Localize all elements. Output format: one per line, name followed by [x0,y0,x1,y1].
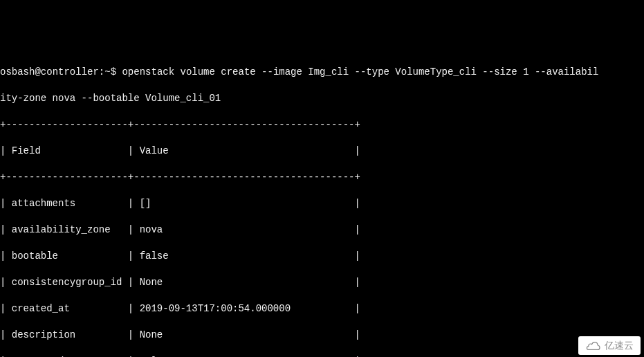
watermark-badge: 亿速云 [578,336,641,355]
table-border-top: +---------------------+-----------------… [0,118,644,131]
watermark-text: 亿速云 [605,339,634,352]
prompt-at: @ [35,66,40,77]
terminal-output[interactable]: osbash@controller:~$ openstack volume cr… [0,53,644,357]
table-row: | availability_zone | nova | [0,223,644,237]
table-row: | bootable | false | [0,250,644,263]
command-text: openstack volume create --image Img_cli … [122,66,598,77]
table-row: | attachments | [] | [0,197,644,210]
prompt-dollar: $ [111,66,122,77]
command-line-1: osbash@controller:~$ openstack volume cr… [0,66,644,79]
prompt-user: osbash [0,66,35,77]
prompt-path: ~ [104,66,110,77]
table-border-mid: +---------------------+-----------------… [0,171,644,184]
cloud-icon [585,340,602,351]
command-line-2: ity-zone nova --bootable Volume_cli_01 [0,92,644,105]
prompt-host: controller [41,66,99,77]
table-row: | consistencygroup_id | None | [0,276,644,289]
table-header: | Field | Value | [0,145,644,158]
table-row: | description | None | [0,329,644,342]
prompt-colon: : [99,66,104,77]
table-row: | created_at | 2019-09-13T17:00:54.00000… [0,302,644,315]
